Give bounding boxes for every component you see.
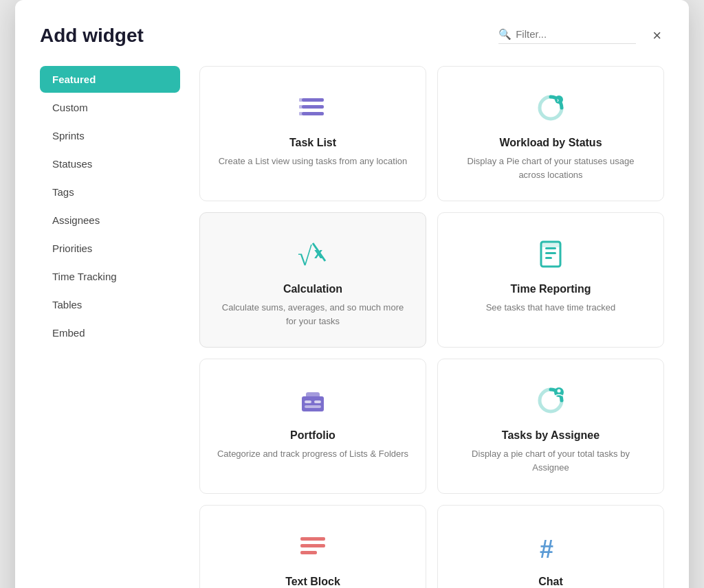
- widget-desc-workload-by-status: Display a Pie chart of your statuses usa…: [454, 155, 647, 181]
- sidebar-item-time-tracking[interactable]: Time Tracking: [40, 263, 180, 290]
- sidebar-item-statuses[interactable]: Statuses: [40, 150, 180, 177]
- add-widget-modal: Add widget 🔍 × FeaturedCustomSprintsStat…: [15, 0, 689, 588]
- task-list-icon: [294, 89, 332, 127]
- calculation-icon: √ x: [294, 235, 332, 273]
- portfolio-icon: [294, 381, 332, 420]
- workload-status-icon: ›: [531, 89, 570, 127]
- svg-rect-19: [314, 400, 321, 403]
- widget-card-calculation[interactable]: √ x CalculationCalculate sums, averages,…: [199, 212, 426, 348]
- sidebar-item-tags[interactable]: Tags: [40, 179, 180, 205]
- svg-rect-20: [305, 405, 321, 408]
- widget-card-tasks-by-assignee[interactable]: Tasks by AssigneeDisplay a pie chart of …: [437, 359, 664, 494]
- sidebar-item-featured[interactable]: Featured: [40, 66, 180, 93]
- widget-name-portfolio: Portfolio: [290, 429, 336, 442]
- sidebar-item-custom[interactable]: Custom: [40, 94, 180, 121]
- svg-rect-5: [299, 112, 302, 115]
- sidebar-item-priorities[interactable]: Priorities: [40, 235, 180, 262]
- svg-text:›: ›: [557, 97, 559, 104]
- sidebar-item-embed[interactable]: Embed: [40, 319, 180, 346]
- widget-name-tasks-by-assignee: Tasks by Assignee: [502, 429, 600, 442]
- svg-rect-23: [300, 537, 325, 541]
- header-right: 🔍 ×: [498, 25, 664, 46]
- chat-icon: #: [531, 528, 570, 566]
- sidebar-item-assignees[interactable]: Assignees: [40, 207, 180, 234]
- svg-rect-3: [299, 98, 302, 102]
- tasks-assignee-icon: [531, 381, 570, 420]
- close-button[interactable]: ×: [650, 25, 664, 46]
- widget-desc-portfolio: Categorize and track progress of Lists &…: [217, 447, 408, 461]
- widget-card-task-list[interactable]: Task ListCreate a List view using tasks …: [199, 66, 426, 201]
- widget-desc-tasks-by-assignee: Display a pie chart of your total tasks …: [454, 447, 647, 474]
- widgets-grid: Task ListCreate a List view using tasks …: [199, 66, 664, 588]
- modal-title: Add widget: [40, 25, 144, 47]
- svg-rect-17: [306, 392, 320, 398]
- widget-name-time-reporting: Time Reporting: [510, 283, 591, 295]
- svg-rect-18: [305, 400, 311, 403]
- time-reporting-icon: [531, 235, 570, 273]
- widget-name-calculation: Calculation: [283, 283, 342, 295]
- widget-name-workload-by-status: Workload by Status: [499, 137, 602, 149]
- search-icon: 🔍: [498, 28, 512, 41]
- widget-desc-task-list: Create a List view using tasks from any …: [219, 155, 408, 168]
- svg-rect-0: [302, 98, 324, 102]
- svg-rect-1: [302, 105, 324, 109]
- widget-card-chat[interactable]: # ChatA conversation widget: [437, 505, 664, 588]
- search-box: 🔍: [498, 28, 636, 44]
- svg-rect-25: [300, 551, 317, 554]
- sidebar-item-tables[interactable]: Tables: [40, 291, 180, 318]
- widget-name-task-list: Task List: [289, 137, 336, 149]
- widget-card-text-block[interactable]: Text BlockAdd rich text, images, and eve…: [199, 505, 426, 588]
- filter-input[interactable]: [516, 28, 626, 40]
- svg-rect-12: [545, 247, 556, 249]
- sidebar-item-sprints[interactable]: Sprints: [40, 122, 180, 149]
- content-area: Task ListCreate a List view using tasks …: [191, 66, 664, 588]
- modal-body: FeaturedCustomSprintsStatusesTagsAssigne…: [40, 66, 664, 588]
- widget-desc-calculation: Calculate sums, averages, and so much mo…: [217, 301, 409, 328]
- svg-rect-4: [299, 105, 302, 109]
- svg-rect-24: [300, 544, 325, 547]
- widget-name-text-block: Text Block: [285, 576, 340, 588]
- svg-rect-15: [541, 242, 560, 247]
- svg-rect-2: [302, 112, 324, 115]
- widget-name-chat: Chat: [538, 576, 563, 588]
- svg-rect-16: [302, 396, 324, 411]
- sidebar: FeaturedCustomSprintsStatusesTagsAssigne…: [40, 66, 191, 588]
- text-block-icon: [294, 528, 332, 566]
- svg-rect-13: [545, 252, 556, 254]
- widget-card-time-reporting[interactable]: Time ReportingSee tasks that have time t…: [437, 212, 664, 348]
- widget-card-workload-by-status[interactable]: › Workload by StatusDisplay a Pie chart …: [437, 66, 664, 201]
- svg-text:#: #: [540, 535, 553, 563]
- modal-header: Add widget 🔍 ×: [40, 25, 664, 47]
- svg-point-6: [555, 95, 563, 104]
- svg-point-22: [558, 389, 561, 393]
- widget-card-portfolio[interactable]: PortfolioCategorize and track progress o…: [199, 359, 426, 494]
- widget-desc-time-reporting: See tasks that have time tracked: [486, 301, 616, 315]
- svg-rect-14: [545, 257, 552, 259]
- svg-text:√: √: [298, 242, 312, 271]
